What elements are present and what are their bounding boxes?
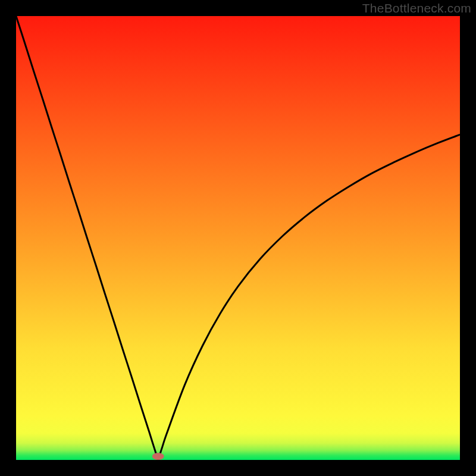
chart-background [16,16,460,460]
optimum-marker [152,453,164,460]
chart-stage: TheBottleneck.com [0,0,476,476]
plot-area [16,16,460,460]
watermark-text: TheBottleneck.com [362,1,471,15]
chart-svg [16,16,460,460]
